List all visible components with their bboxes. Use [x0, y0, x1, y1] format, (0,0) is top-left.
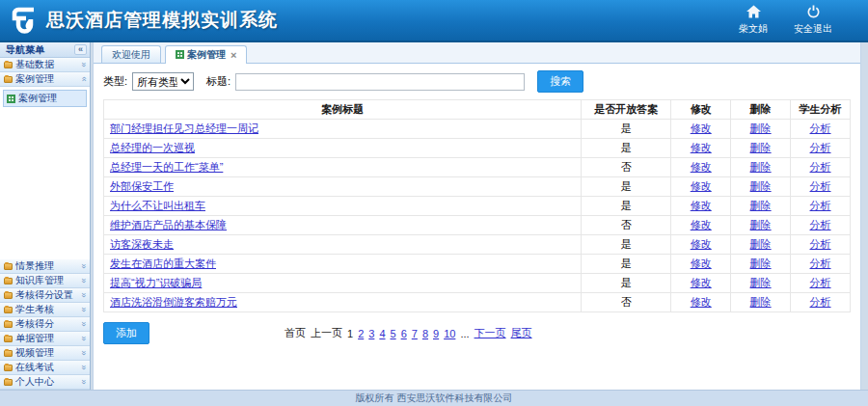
sidebar-item-label: 单据管理 — [15, 332, 78, 345]
tab-label: 欢迎使用 — [112, 48, 150, 61]
analyze-link[interactable]: 分析 — [810, 257, 831, 269]
delete-link[interactable]: 删除 — [750, 161, 772, 173]
tab-bar: 欢迎使用 案例管理 × — [94, 42, 860, 64]
delete-link[interactable]: 删除 — [750, 257, 772, 269]
table-row: 酒店洗浴滑倒游客索赔万元否修改删除分析 — [104, 293, 851, 312]
folder-icon — [4, 336, 13, 342]
pagination-page-link[interactable]: 8 — [422, 328, 428, 339]
sidebar-item[interactable]: 学生考核» — [0, 303, 90, 317]
folder-icon — [4, 350, 13, 357]
case-title-link[interactable]: 发生在酒店的重大案件 — [110, 257, 216, 269]
analyze-link[interactable]: 分析 — [810, 219, 831, 230]
modify-link[interactable]: 修改 — [691, 161, 712, 173]
pagination-last[interactable]: 尾页 — [511, 326, 532, 340]
sidebar-submenu: 案例管理 — [0, 87, 90, 110]
pagination-page-link[interactable]: 9 — [433, 328, 439, 339]
sidebar-subitem-label: 案例管理 — [18, 92, 57, 105]
modify-link[interactable]: 修改 — [691, 219, 712, 230]
case-title-link[interactable]: 酒店洗浴滑倒游客索赔万元 — [110, 296, 237, 308]
sidebar-item-case-management[interactable]: 案例管理 » — [0, 72, 90, 87]
sidebar-item[interactable]: 个人中心» — [0, 375, 90, 390]
app-logo-icon — [10, 6, 39, 35]
chevron-double-up-icon: » — [78, 76, 88, 81]
table-header-row: 案例标题是否开放答案修改删除学生分析 — [104, 100, 851, 120]
modify-link[interactable]: 修改 — [691, 296, 712, 308]
pagination-page-link[interactable]: 7 — [412, 328, 418, 339]
close-icon[interactable]: × — [231, 50, 236, 60]
analyze-link[interactable]: 分析 — [810, 238, 831, 250]
delete-link[interactable]: 删除 — [750, 142, 772, 153]
sidebar-item[interactable]: 在线考试» — [0, 361, 90, 375]
folder-icon — [4, 365, 13, 371]
case-title-link[interactable]: 部门经理担任见习总经理一周记 — [110, 122, 258, 134]
sidebar-item[interactable]: 视频管理» — [0, 346, 90, 361]
type-select[interactable]: 所有类型 — [132, 72, 194, 91]
pagination-page-link[interactable]: 5 — [391, 328, 396, 339]
sidebar-item-basic-data[interactable]: 基础数据 » — [0, 58, 90, 72]
analyze-link[interactable]: 分析 — [810, 296, 831, 308]
analyze-link[interactable]: 分析 — [810, 200, 831, 211]
analyze-link[interactable]: 分析 — [810, 122, 831, 134]
collapse-sidebar-button[interactable]: « — [74, 44, 87, 55]
modify-link[interactable]: 修改 — [691, 238, 712, 250]
modify-link[interactable]: 修改 — [691, 200, 712, 211]
pagination-page-link[interactable]: 2 — [358, 328, 364, 339]
case-title-link[interactable]: 总经理一天的工作“菜单” — [110, 161, 223, 173]
delete-link[interactable]: 删除 — [750, 200, 772, 211]
sidebar-item-label: 考核得分设置 — [15, 288, 78, 302]
sidebar-subitem-case-management[interactable]: 案例管理 — [3, 90, 87, 107]
logout-button[interactable]: 安全退出 — [791, 5, 835, 36]
pagination-page-current: 1 — [347, 328, 353, 339]
modify-link[interactable]: 修改 — [691, 180, 712, 192]
analyze-link[interactable]: 分析 — [810, 161, 831, 173]
app-title: 思沃酒店管理模拟实训系统 — [46, 8, 278, 33]
modify-link[interactable]: 修改 — [691, 257, 712, 269]
power-icon — [806, 5, 821, 20]
tab-welcome[interactable]: 欢迎使用 — [101, 45, 161, 63]
sidebar-item[interactable]: 单据管理» — [0, 332, 90, 346]
case-title-link[interactable]: 外部保安工作 — [110, 180, 174, 192]
open-answer-value: 是 — [582, 139, 671, 158]
pagination-page-link[interactable]: 3 — [368, 328, 374, 339]
table-row: 部门经理担任见习总经理一周记是修改删除分析 — [104, 120, 851, 139]
delete-link[interactable]: 删除 — [750, 219, 772, 230]
modify-link[interactable]: 修改 — [691, 277, 712, 288]
pagination-next[interactable]: 下一页 — [475, 326, 506, 340]
pagination-page-link[interactable]: 4 — [379, 328, 385, 339]
analyze-link[interactable]: 分析 — [810, 142, 831, 153]
pagination-page-link[interactable]: 10 — [444, 328, 455, 339]
folder-icon — [4, 263, 13, 270]
sidebar-item-label: 情景推理 — [15, 259, 78, 273]
delete-link[interactable]: 删除 — [750, 238, 772, 250]
case-title-link[interactable]: 为什么不让叫出租车 — [110, 200, 205, 211]
folder-icon — [4, 292, 13, 299]
analyze-link[interactable]: 分析 — [810, 180, 831, 192]
delete-link[interactable]: 删除 — [750, 122, 772, 134]
sidebar-item[interactable]: 情景推理» — [0, 259, 90, 274]
pagination-page-link[interactable]: 6 — [401, 328, 407, 339]
add-button[interactable]: 添加 — [103, 322, 149, 344]
title-input[interactable] — [235, 73, 525, 91]
delete-link[interactable]: 删除 — [750, 277, 772, 288]
analyze-link[interactable]: 分析 — [810, 277, 831, 288]
chevron-double-down-icon: » — [78, 321, 88, 326]
delete-link[interactable]: 删除 — [750, 180, 772, 192]
case-title-link[interactable]: 提高“视力”识破骗局 — [110, 277, 202, 288]
modify-link[interactable]: 修改 — [691, 122, 712, 134]
case-title-link[interactable]: 访客深夜未走 — [110, 238, 174, 250]
search-button[interactable]: 搜索 — [537, 70, 583, 93]
sidebar-item[interactable]: 知识库管理» — [0, 274, 90, 288]
case-title-link[interactable]: 维护酒店产品的基本保障 — [110, 219, 227, 230]
sidebar-item[interactable]: 考核得分» — [0, 317, 90, 332]
sidebar-item[interactable]: 考核得分设置» — [0, 288, 90, 303]
sidebar-item-label: 案例管理 — [15, 72, 78, 86]
folder-icon — [4, 379, 13, 386]
case-title-link[interactable]: 总经理的一次巡视 — [110, 142, 195, 153]
delete-link[interactable]: 删除 — [750, 296, 772, 308]
table-row: 访客深夜未走是修改删除分析 — [104, 235, 851, 255]
tab-case-management[interactable]: 案例管理 × — [165, 45, 247, 64]
column-header: 删除 — [731, 100, 791, 120]
modify-link[interactable]: 修改 — [691, 142, 712, 153]
home-button[interactable]: 柴文娟 — [731, 5, 775, 36]
open-answer-value: 是 — [582, 197, 671, 216]
